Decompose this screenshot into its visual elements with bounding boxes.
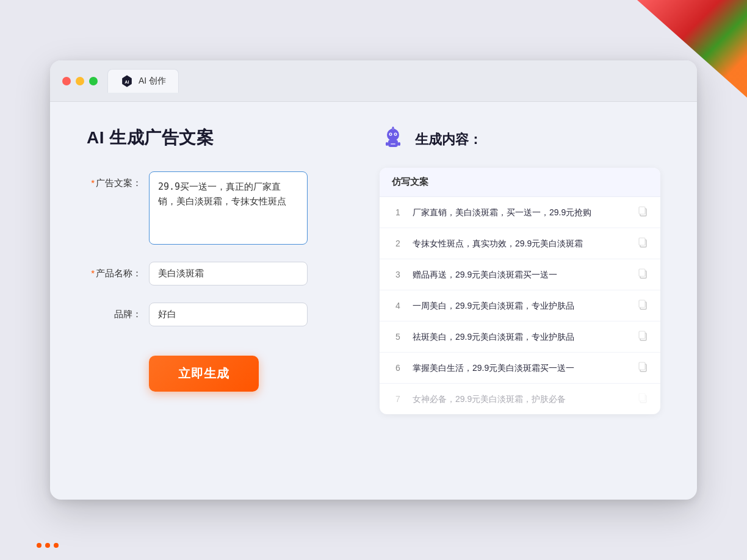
bg-dot-1 — [37, 543, 42, 548]
result-row: 4一周美白，29.9元美白淡斑霜，专业护肤品 — [380, 290, 660, 321]
svg-rect-18 — [639, 238, 645, 245]
svg-rect-14 — [391, 143, 395, 145]
row-text: 一周美白，29.9元美白淡斑霜，专业护肤品 — [413, 300, 629, 312]
main-content: AI 生成广告文案 *广告文案： 29.9买一送一，真正的厂家直销，美白淡斑霜，… — [50, 102, 697, 439]
copy-icon[interactable] — [637, 237, 648, 250]
row-number: 2 — [392, 239, 404, 248]
result-row: 2专抹女性斑点，真实功效，29.9元美白淡斑霜 — [380, 228, 660, 259]
bg-dot-2 — [45, 543, 50, 548]
copy-icon[interactable] — [637, 268, 648, 281]
bg-decoration-bottom-left — [37, 543, 59, 548]
generate-button[interactable]: 立即生成 — [149, 356, 259, 392]
result-header: 生成内容： — [380, 126, 660, 153]
brand-input[interactable] — [149, 303, 308, 326]
row-text: 赠品再送，29.9元美白淡斑霜买一送一 — [413, 268, 629, 281]
svg-rect-5 — [398, 142, 400, 146]
row-number: 1 — [392, 207, 404, 217]
brand-label: 品牌： — [87, 303, 142, 320]
page-title: AI 生成广告文案 — [87, 126, 343, 149]
row-text: 掌握美白生活，29.9元美白淡斑霜买一送一 — [413, 362, 629, 375]
svg-rect-24 — [639, 331, 645, 339]
copy-icon[interactable] — [637, 361, 648, 375]
svg-rect-4 — [386, 142, 388, 146]
robot-icon — [380, 126, 406, 153]
row-number: 7 — [392, 394, 404, 404]
results-table: 仿写文案 1厂家直销，美白淡斑霜，买一送一，29.9元抢购 2专抹女性斑点，真实… — [380, 168, 660, 414]
copy-icon[interactable] — [637, 206, 648, 219]
maximize-button[interactable] — [89, 77, 98, 85]
copy-icon[interactable] — [637, 392, 648, 406]
svg-rect-28 — [639, 393, 645, 401]
left-panel: AI 生成广告文案 *广告文案： 29.9买一送一，真正的厂家直销，美白淡斑霜，… — [87, 126, 343, 414]
results-table-header: 仿写文案 — [380, 168, 660, 197]
svg-point-13 — [392, 127, 394, 129]
result-title: 生成内容： — [415, 131, 482, 149]
right-panel: 生成内容： 仿写文案 1厂家直销，美白淡斑霜，买一送一，29.9元抢购 2专抹女… — [380, 126, 660, 414]
product-name-input[interactable] — [149, 262, 308, 285]
ai-tab-icon: AI — [120, 74, 134, 88]
svg-text:AI: AI — [125, 79, 129, 85]
results-rows: 1厂家直销，美白淡斑霜，买一送一，29.9元抢购 2专抹女性斑点，真实功效，29… — [380, 197, 660, 414]
svg-point-8 — [390, 134, 391, 135]
row-text: 厂家直销，美白淡斑霜，买一送一，29.9元抢购 — [413, 206, 629, 219]
product-name-group: *产品名称： — [87, 262, 343, 285]
svg-rect-16 — [639, 207, 645, 214]
result-row: 5祛斑美白，29.9元美白淡斑霜，专业护肤品 — [380, 321, 660, 353]
result-row: 6掌握美白生活，29.9元美白淡斑霜买一送一 — [380, 353, 660, 384]
row-number: 3 — [392, 270, 404, 279]
svg-rect-22 — [639, 300, 645, 307]
close-button[interactable] — [62, 77, 71, 85]
copy-icon[interactable] — [637, 299, 648, 312]
brand-group: 品牌： — [87, 303, 343, 326]
tab-label: AI 创作 — [139, 76, 166, 87]
ad-copy-required: * — [91, 178, 95, 188]
row-text: 女神必备，29.9元美白淡斑霜，护肤必备 — [413, 393, 629, 406]
ad-copy-textarea[interactable]: 29.9买一送一，真正的厂家直销，美白淡斑霜，专抹女性斑点 — [149, 171, 308, 245]
browser-window: AI AI 创作 AI 生成广告文案 *广告文案： 29.9买一送一，真正的厂家… — [50, 60, 697, 500]
row-number: 5 — [392, 332, 404, 342]
window-controls — [62, 77, 98, 85]
ad-copy-label: *广告文案： — [87, 171, 142, 189]
row-number: 4 — [392, 301, 404, 311]
title-bar: AI AI 创作 — [50, 60, 697, 102]
row-number: 6 — [392, 363, 404, 373]
svg-rect-26 — [639, 362, 645, 370]
row-text: 专抹女性斑点，真实功效，29.9元美白淡斑霜 — [413, 237, 629, 250]
product-name-label: *产品名称： — [87, 262, 142, 279]
result-row: 1厂家直销，美白淡斑霜，买一送一，29.9元抢购 — [380, 197, 660, 228]
copy-icon[interactable] — [637, 330, 648, 343]
result-row: 3赠品再送，29.9元美白淡斑霜买一送一 — [380, 259, 660, 290]
ad-copy-group: *广告文案： 29.9买一送一，真正的厂家直销，美白淡斑霜，专抹女性斑点 — [87, 171, 343, 245]
result-row: 7女神必备，29.9元美白淡斑霜，护肤必备 — [380, 384, 660, 414]
bg-dot-3 — [54, 543, 59, 548]
minimize-button[interactable] — [76, 77, 84, 85]
ai-creation-tab[interactable]: AI AI 创作 — [107, 69, 179, 93]
svg-point-9 — [395, 134, 396, 135]
svg-rect-20 — [639, 269, 645, 276]
row-text: 祛斑美白，29.9元美白淡斑霜，专业护肤品 — [413, 331, 629, 343]
product-name-required: * — [91, 268, 95, 278]
